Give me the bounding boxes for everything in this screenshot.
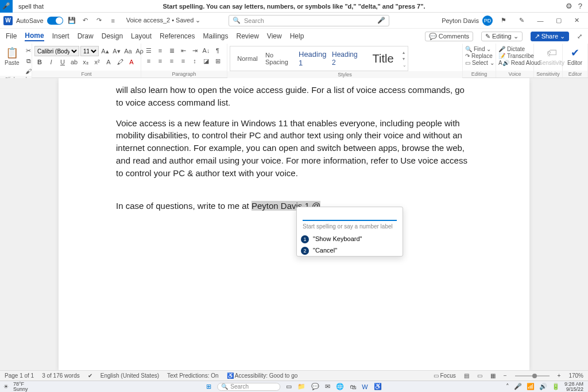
line-spacing-icon[interactable]: ↕ bbox=[189, 56, 200, 65]
shrink-font-icon[interactable]: A▾ bbox=[111, 46, 122, 56]
italic-icon[interactable]: I bbox=[46, 57, 56, 67]
bold-icon[interactable]: B bbox=[34, 57, 45, 67]
battery-icon[interactable]: 🔋 bbox=[552, 383, 560, 390]
zoom-slider[interactable] bbox=[515, 375, 550, 377]
editor-button[interactable]: ✔Editor bbox=[565, 46, 585, 67]
tab-view[interactable]: View bbox=[267, 32, 282, 40]
font-color-icon[interactable]: A bbox=[126, 57, 137, 67]
mic-tray-icon[interactable]: 🎤 bbox=[514, 383, 522, 390]
transcribe-button[interactable]: 📝 Transcribe bbox=[498, 53, 534, 59]
word-count[interactable]: 3 of 176 words bbox=[42, 372, 80, 379]
dictate-button[interactable]: 🎤 Dictate bbox=[498, 46, 525, 52]
weather-icon[interactable]: ☀ bbox=[0, 383, 9, 390]
chat-icon[interactable]: 💬 bbox=[311, 383, 319, 390]
start-icon[interactable]: ⊞ bbox=[206, 383, 211, 390]
justify-icon[interactable]: ≡ bbox=[178, 56, 188, 65]
view-web-icon[interactable]: ▦ bbox=[490, 372, 496, 379]
editing-mode-button[interactable]: ✎ Editing ⌄ bbox=[481, 32, 523, 41]
accessibility-taskbar-icon[interactable]: ♿ bbox=[374, 383, 382, 390]
undo-icon[interactable]: ↶ bbox=[80, 17, 91, 24]
numbering-icon[interactable]: ≡ bbox=[155, 46, 165, 55]
store-icon[interactable]: 🛍 bbox=[350, 383, 356, 390]
tab-layout[interactable]: Layout bbox=[131, 32, 152, 40]
weather-widget[interactable]: 78°FSunny bbox=[9, 382, 33, 392]
underline-icon[interactable]: U bbox=[57, 57, 68, 67]
settings-icon[interactable]: ⚙ bbox=[566, 2, 572, 10]
explorer-icon[interactable]: 📁 bbox=[297, 383, 305, 390]
style-heading1[interactable]: Heading 1 bbox=[298, 47, 330, 70]
volume-icon[interactable]: 🔊 bbox=[539, 383, 547, 390]
tab-draw[interactable]: Draw bbox=[78, 32, 94, 40]
tab-insert[interactable]: Insert bbox=[52, 32, 69, 40]
text-effects-icon[interactable]: A bbox=[103, 57, 114, 67]
focus-mode-button[interactable]: ▭ Focus bbox=[434, 372, 456, 379]
zoom-out-icon[interactable]: − bbox=[504, 372, 507, 379]
user-account[interactable]: Peyton Davis PD bbox=[442, 15, 493, 26]
tab-references[interactable]: References bbox=[160, 32, 195, 40]
dec-indent-icon[interactable]: ⇤ bbox=[178, 46, 188, 55]
share-button[interactable]: ↗ Share ⌄ bbox=[531, 32, 569, 41]
clock[interactable]: 9:28 AM9/15/22 bbox=[564, 382, 583, 392]
borders-icon[interactable]: ⊞ bbox=[212, 56, 223, 65]
tab-help[interactable]: Help bbox=[290, 32, 304, 40]
zoom-in-icon[interactable]: + bbox=[558, 372, 561, 379]
align-right-icon[interactable]: ≡ bbox=[167, 56, 177, 65]
tab-design[interactable]: Design bbox=[102, 32, 123, 40]
maximize-button[interactable]: ▢ bbox=[551, 17, 566, 24]
highlight-icon[interactable]: 🖍 bbox=[115, 57, 125, 67]
word-taskbar-icon[interactable]: W bbox=[362, 383, 368, 390]
zoom-level[interactable]: 170% bbox=[568, 372, 583, 379]
qat-customize-icon[interactable]: ≡ bbox=[108, 17, 118, 24]
search-mic-icon[interactable]: 🎤 bbox=[377, 17, 385, 24]
show-marks-icon[interactable]: ¶ bbox=[212, 46, 223, 55]
search-box[interactable]: 🔍 Search 🎤 bbox=[229, 15, 389, 26]
spelling-input[interactable] bbox=[303, 211, 397, 221]
gallery-more-icon[interactable]: ⌄ bbox=[403, 63, 407, 68]
redo-icon[interactable]: ↷ bbox=[94, 17, 105, 24]
inc-indent-icon[interactable]: ⇥ bbox=[189, 46, 200, 55]
popup-option-cancel[interactable]: 2"Cancel" bbox=[297, 244, 403, 256]
style-nospacing[interactable]: No Spacing bbox=[265, 47, 297, 70]
save-icon[interactable]: 💾 bbox=[67, 17, 77, 24]
style-normal[interactable]: Normal bbox=[231, 47, 264, 70]
superscript-icon[interactable]: x² bbox=[92, 57, 102, 67]
page-count[interactable]: Page 1 of 1 bbox=[5, 372, 34, 379]
style-title[interactable]: Title bbox=[365, 47, 401, 70]
task-view-icon[interactable]: ▭ bbox=[286, 383, 292, 390]
mail-icon[interactable]: ✉ bbox=[325, 383, 330, 390]
sort-icon[interactable]: A↓ bbox=[201, 46, 211, 55]
find-button[interactable]: 🔍 Find ⌄ bbox=[465, 46, 491, 52]
select-button[interactable]: ▭ Select ⌄ bbox=[465, 60, 494, 66]
page[interactable]: will also learn how to open the voice ac… bbox=[59, 78, 529, 370]
subscript-icon[interactable]: x₂ bbox=[80, 57, 91, 67]
font-name-select[interactable]: Calibri (Body) bbox=[34, 46, 79, 56]
change-case-icon[interactable]: Aa bbox=[123, 46, 133, 56]
strike-icon[interactable]: ab bbox=[69, 57, 79, 67]
language[interactable]: English (United States) bbox=[100, 372, 159, 379]
spell-check-icon[interactable]: ✔ bbox=[88, 372, 92, 379]
collapse-ribbon-icon[interactable]: ⤢ bbox=[577, 33, 582, 40]
document-name[interactable]: Voice access_2 • Saved ⌄ bbox=[126, 17, 201, 24]
comments-button[interactable]: 💬 Comments bbox=[425, 32, 473, 41]
shading-icon[interactable]: ◪ bbox=[201, 56, 211, 65]
minimize-button[interactable]: — bbox=[533, 17, 548, 24]
style-heading2[interactable]: Heading 2 bbox=[331, 47, 363, 70]
paste-button[interactable]: 📋Paste bbox=[2, 46, 22, 67]
font-size-select[interactable]: 11 bbox=[80, 46, 99, 56]
tab-home[interactable]: Home bbox=[25, 32, 44, 41]
text-predictions[interactable]: Text Predictions: On bbox=[167, 372, 218, 379]
chevron-up-icon[interactable]: ˄ bbox=[506, 383, 509, 390]
edge-icon[interactable]: 🌐 bbox=[336, 383, 344, 390]
replace-button[interactable]: ↷ Replace bbox=[465, 53, 493, 59]
flag-icon[interactable]: ⚑ bbox=[496, 17, 511, 24]
document-area[interactable]: will also learn how to open the voice ac… bbox=[0, 78, 588, 370]
tab-file[interactable]: File bbox=[6, 32, 17, 40]
coming-soon-icon[interactable]: ✎ bbox=[514, 17, 529, 24]
close-button[interactable]: ✕ bbox=[570, 17, 585, 24]
gallery-up-icon[interactable]: ▴ bbox=[403, 50, 407, 55]
tab-review[interactable]: Review bbox=[237, 32, 259, 40]
autosave-toggle[interactable] bbox=[47, 17, 63, 25]
popup-option-show-keyboard[interactable]: 1"Show Keyboard" bbox=[297, 233, 403, 244]
tab-mailings[interactable]: Mailings bbox=[203, 32, 228, 40]
multilevel-icon[interactable]: ≣ bbox=[167, 46, 177, 55]
